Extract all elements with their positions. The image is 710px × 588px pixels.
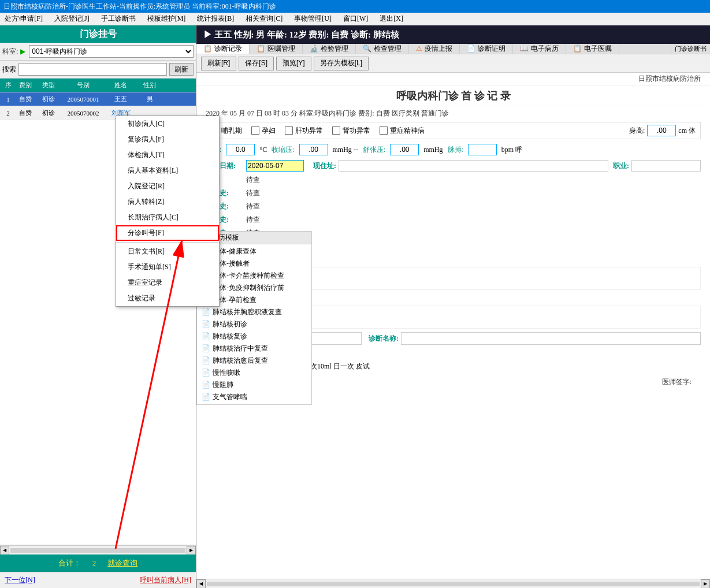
list-item[interactable]: 📄 肺结核并胸腔积液复查: [197, 306, 311, 318]
menu-new-patient[interactable]: 初诊病人[C]: [116, 116, 219, 132]
height-unit: cm 体: [678, 126, 696, 136]
menu-daily-doc[interactable]: 日常文书[R]: [116, 244, 219, 259]
list-item[interactable]: 📄 慢阻肺: [197, 379, 311, 391]
hr-label: 脉搏:: [448, 145, 463, 155]
doc-icon: 📄: [202, 369, 210, 377]
refresh-btn[interactable]: 刷新[R]: [201, 57, 236, 70]
chief-complaint-row: 主诉 待查: [206, 175, 701, 185]
right-tabs-row: 📋 诊断记录 📋 医嘱管理 🔬 检验管理 🔍 检查管理 ⚠ 疫情上报: [196, 44, 710, 54]
right-corner-tab[interactable]: 门诊诊断书: [671, 44, 710, 53]
patient-info: ▶ 王五 性别: 男 年龄: 12岁 费别: 自费 诊断: 肺结核: [203, 29, 399, 40]
left-bottom-bar: 下一位[N] 呼叫当前病人[H]: [0, 572, 196, 588]
liver-checkbox[interactable]: [285, 126, 293, 135]
emr-icon: 📖: [520, 44, 529, 53]
present-illness-value: 待查: [246, 188, 260, 198]
dbp-input[interactable]: [390, 144, 419, 155]
pregnant-label: 孕妇: [262, 126, 276, 136]
medical-orders-icon: 📋: [257, 44, 265, 53]
list-item[interactable]: 📄 慢性咳嗽: [197, 367, 311, 379]
kidney-checkbox[interactable]: [332, 126, 340, 135]
exam-icon: 🔍: [363, 44, 371, 53]
personal-history-row: 个人史: 待查: [206, 215, 701, 225]
list-item[interactable]: 📄 肺结核治疗中复查: [197, 343, 311, 355]
menu-query[interactable]: 相关查询[C]: [243, 13, 285, 24]
call-patient-btn[interactable]: 呼叫当前病人[H]: [140, 575, 191, 585]
onset-date-row: 发病日期: 现住址: 职业:: [206, 160, 701, 172]
save-template-btn[interactable]: 另存为模板[L]: [314, 57, 369, 70]
menu-revisit-patient[interactable]: 复诊病人[F]: [116, 132, 219, 147]
tab-lab-management[interactable]: 🔬 检验管理: [303, 44, 356, 54]
checkbox-liver[interactable]: 肝功异常: [285, 126, 323, 136]
menu-patient-info[interactable]: 病人基本资料[L]: [116, 163, 219, 178]
doc-icon: 📄: [202, 393, 210, 401]
list-item[interactable]: 📄 肺结核复诊: [197, 330, 311, 343]
sbp-input[interactable]: [299, 144, 328, 155]
right-scroll-right-btn[interactable]: ▶: [701, 579, 710, 589]
tab-diagnosis-cert[interactable]: 📄 诊断证明: [460, 44, 513, 54]
menu-long-term[interactable]: 长期治疗病人[C]: [116, 210, 219, 225]
menu-exit[interactable]: 退出[X]: [377, 13, 406, 24]
menu-patient-transfer[interactable]: 病人转科[Z]: [116, 194, 219, 210]
context-menu: 初诊病人[C] 复诊病人[F] 体检病人[T] 病人基本资料[L] 入院登记[R…: [116, 116, 220, 307]
tab-epidemic-report[interactable]: ⚠ 疫情上报: [409, 44, 460, 54]
past-history-value: 待查: [246, 202, 260, 211]
menu-surgery-notice[interactable]: 手术通知单[S]: [116, 259, 219, 275]
tab-electronic-orders[interactable]: 📋 电子医嘱: [566, 44, 619, 54]
menu-affairs[interactable]: 事物管理[U]: [292, 13, 334, 24]
menu-stats[interactable]: 统计报表[B]: [195, 13, 236, 24]
meta-info: 2020 年 05 月 07 日 08 时 03 分 科室:呼吸内科门诊 费别:…: [206, 109, 449, 118]
height-input[interactable]: [647, 125, 676, 136]
job-label: 职业:: [613, 161, 629, 171]
dbp-unit: mmHg: [423, 146, 443, 154]
tab-medical-orders[interactable]: 📋 医嘱管理: [250, 44, 303, 54]
hr-input[interactable]: [468, 144, 497, 155]
job-input[interactable]: [631, 160, 701, 172]
right-scrollbar[interactable]: ◀ ▶: [196, 579, 710, 588]
menu-call-number[interactable]: 分诊叫号[F]: [116, 225, 219, 241]
checkbox-kidney[interactable]: 肾功异常: [332, 126, 370, 136]
preview-btn[interactable]: 预览[Y]: [276, 57, 311, 70]
pregnant-checkbox[interactable]: [251, 126, 259, 135]
dbp-label: 舒张压:: [363, 145, 385, 155]
tab-emr[interactable]: 📖 电子病历: [513, 44, 566, 54]
hr-unit: bpm 呼: [501, 145, 522, 155]
context-menu-overlay: 初诊病人[C] 复诊病人[F] 体检病人[T] 病人基本资料[L] 入院登记[R…: [0, 0, 196, 563]
breastfeeding-label: 哺乳期: [221, 126, 242, 136]
diag-name-input[interactable]: [401, 332, 701, 345]
menu-allergy-record[interactable]: 过敏记录: [116, 291, 219, 306]
liver-label: 肝功异常: [295, 126, 323, 136]
doc-icon: 📄: [202, 332, 210, 341]
list-item[interactable]: 📄 支气管哮喘: [197, 391, 311, 403]
meta-info-row: 2020 年 05 月 07 日 08 时 03 分 科室:呼吸内科门诊 费别:…: [206, 109, 701, 118]
menu-exam-patient[interactable]: 体检病人[T]: [116, 147, 219, 163]
tab-diagnosis-record[interactable]: 📋 诊断记录: [196, 44, 250, 54]
patient-title-bar: ▶ 王五 性别: 男 年龄: 12岁 费别: 自费 诊断: 肺结核: [196, 25, 710, 44]
checkbox-mental[interactable]: 重症精神病: [380, 126, 425, 136]
list-item[interactable]: 📄 肺结核治愈后复查: [197, 355, 311, 367]
current-addr-label: 现住址:: [313, 161, 336, 171]
checkbox-pregnant[interactable]: 孕妇: [251, 126, 276, 136]
vitals-row: 体温: °C 收缩压: mmHg -- 舒张压: mmHg 脉搏: bpm 呼: [206, 144, 701, 155]
menu-admission-reg[interactable]: 入院登记[R]: [116, 178, 219, 194]
next-patient-btn[interactable]: 下一位[N]: [5, 575, 35, 585]
doc-icon: 📄: [202, 381, 210, 389]
personal-history-value: 待查: [246, 215, 260, 225]
hospital-name: 日照市结核病防治所: [196, 73, 710, 85]
right-scroll-left-btn[interactable]: ◀: [196, 579, 206, 589]
present-illness-row: 现病史: 待查: [206, 188, 701, 198]
sbp-unit: mmHg --: [333, 146, 358, 154]
doc-icon: 📄: [202, 344, 210, 353]
tab-exam-management[interactable]: 🔍 检查管理: [356, 44, 409, 54]
mental-checkbox[interactable]: [380, 126, 388, 135]
menu-icu-record[interactable]: 重症室记录: [116, 275, 219, 291]
doc-title: 呼吸内科门诊 首 诊 记 录: [196, 85, 710, 106]
menu-window[interactable]: 窗口[W]: [341, 13, 370, 24]
list-item[interactable]: 📄 肺结核初诊: [197, 318, 311, 330]
save-btn[interactable]: 保存[S]: [239, 57, 274, 70]
temp-input[interactable]: [226, 144, 255, 155]
mental-label: 重症精神病: [390, 126, 425, 136]
addr-input[interactable]: [339, 160, 608, 172]
diagnosis-cert-icon: 📄: [467, 44, 475, 53]
onset-date-input[interactable]: [246, 160, 304, 172]
menu-separator: [116, 242, 219, 243]
